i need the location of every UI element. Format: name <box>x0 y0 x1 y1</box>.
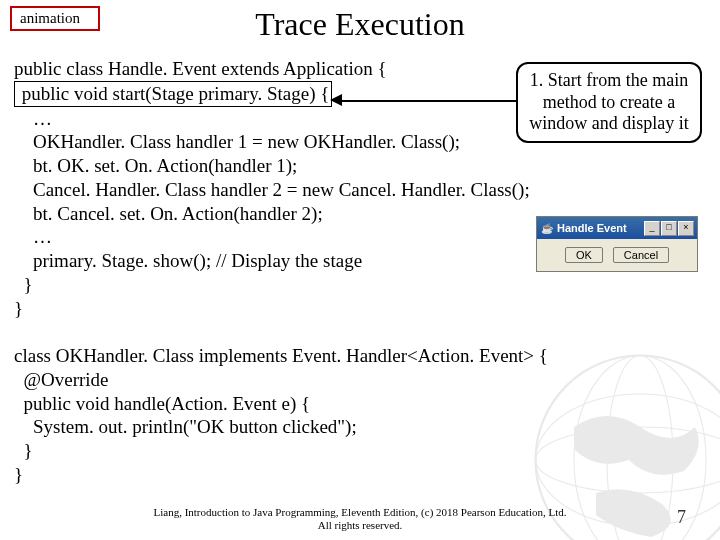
app-body: OK Cancel <box>537 239 697 271</box>
window-controls: _ □ × <box>644 221 694 236</box>
close-button[interactable]: × <box>678 221 694 236</box>
code-line: class OKHandler. Class implements Event.… <box>14 345 548 366</box>
footer-line-2: All rights reserved. <box>0 519 720 532</box>
code-line: bt. OK. set. On. Action(handler 1); <box>14 155 297 176</box>
example-app-window: ☕ Handle Event _ □ × OK Cancel <box>536 216 698 272</box>
java-icon: ☕ <box>540 221 554 235</box>
code-line: System. out. println("OK button clicked"… <box>14 416 357 437</box>
callout-arrow-line <box>338 100 518 102</box>
slide-title: Trace Execution <box>0 6 720 43</box>
code-line: } <box>14 274 33 295</box>
callout-arrow-head <box>330 94 342 106</box>
step-callout: 1. Start from the main method to create … <box>516 62 702 143</box>
footer: Liang, Introduction to Java Programming,… <box>0 506 720 532</box>
animation-badge: animation <box>10 6 100 31</box>
ok-button[interactable]: OK <box>565 247 603 263</box>
code-line: Cancel. Handler. Class handler 2 = new C… <box>14 179 530 200</box>
maximize-button[interactable]: □ <box>661 221 677 236</box>
code-line: public class Handle. Event extends Appli… <box>14 58 387 79</box>
app-window-title: Handle Event <box>557 222 644 234</box>
code-line: } <box>14 464 23 485</box>
code-line: OKHandler. Class handler 1 = new OKHandl… <box>14 131 460 152</box>
footer-line-1: Liang, Introduction to Java Programming,… <box>0 506 720 519</box>
code-line: @Override <box>14 369 109 390</box>
app-titlebar: ☕ Handle Event _ □ × <box>537 217 697 239</box>
code-line: bt. Cancel. set. On. Action(handler 2); <box>14 203 323 224</box>
code-line: public void handle(Action. Event e) { <box>14 393 310 414</box>
code-line: … <box>14 226 52 247</box>
highlighted-start-line: public void start(Stage primary. Stage) … <box>14 81 332 107</box>
code-line: } <box>14 440 33 461</box>
code-line: } <box>14 298 23 319</box>
page-number: 7 <box>677 507 686 528</box>
code-line: … <box>14 108 52 129</box>
minimize-button[interactable]: _ <box>644 221 660 236</box>
cancel-button[interactable]: Cancel <box>613 247 669 263</box>
code-line: primary. Stage. show(); // Display the s… <box>14 250 362 271</box>
